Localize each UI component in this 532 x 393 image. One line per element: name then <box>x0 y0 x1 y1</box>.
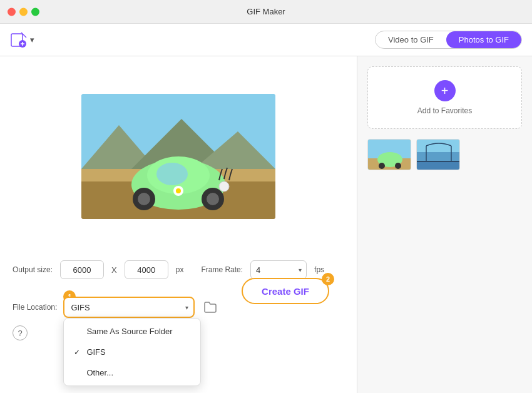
main-preview-image <box>81 94 275 219</box>
title-bar: GIF Maker <box>0 0 532 24</box>
dropdown-item-gifs[interactable]: ✓ GIFS <box>64 342 200 362</box>
add-favorites-label: Add to Favorites <box>417 106 472 115</box>
file-location-select[interactable]: Same As Source Folder GIFS Other... <box>63 297 195 318</box>
frame-rate-wrapper: 4 8 12 24 <box>250 260 307 279</box>
plus-icon: + <box>434 80 456 101</box>
dropdown-label-gifs: GIFS <box>86 347 105 357</box>
minimize-button[interactable] <box>19 8 28 16</box>
tab-photos-to-gif[interactable]: Photos to GIF <box>446 31 521 48</box>
svg-rect-24 <box>417 161 460 170</box>
file-location-select-wrapper: Same As Source Folder GIFS Other... <box>63 297 195 318</box>
badge-2: 2 <box>322 273 334 285</box>
file-location-label: File Location: <box>13 303 57 312</box>
car-scene-svg <box>81 94 275 219</box>
close-button[interactable] <box>8 8 16 16</box>
svg-point-12 <box>138 193 150 205</box>
svg-point-16 <box>176 188 181 193</box>
image-preview-area <box>13 69 344 244</box>
px-label: px <box>176 265 184 274</box>
maximize-button[interactable] <box>31 8 39 16</box>
folder-browse-button[interactable] <box>201 298 220 317</box>
create-gif-button[interactable]: Create GIF 2 <box>242 278 329 304</box>
main-content: Output size: X px Frame Rate: 4 8 12 24 … <box>0 56 532 393</box>
tab-video-to-gif[interactable]: Video to GIF <box>376 31 446 48</box>
dropdown-label-same: Same As Source Folder <box>86 327 172 336</box>
svg-point-14 <box>207 193 219 205</box>
folder-icon <box>204 302 217 313</box>
frame-rate-select[interactable]: 4 8 12 24 <box>250 260 307 279</box>
checkmark-gifs: ✓ <box>74 348 83 357</box>
thumbnails-row <box>367 139 522 170</box>
import-icon <box>10 31 28 49</box>
file-location-dropdown: Same As Source Folder ✓ GIFS Other... <box>63 318 201 386</box>
toolbar: ▾ Video to GIF Photos to GIF <box>0 24 532 56</box>
traffic-lights <box>8 8 39 16</box>
height-input[interactable] <box>125 260 168 279</box>
thumb-2-svg <box>417 140 460 170</box>
dropdown-item-other[interactable]: Other... <box>64 362 200 383</box>
file-location-select-container: 1 Same As Source Folder GIFS Other... Sa… <box>63 297 195 318</box>
import-arrow: ▾ <box>30 35 34 44</box>
width-input[interactable] <box>60 260 104 279</box>
thumbnail-2[interactable] <box>416 139 460 170</box>
dropdown-label-other: Other... <box>86 368 113 377</box>
svg-point-22 <box>395 163 401 169</box>
create-gif-label: Create GIF <box>262 286 309 297</box>
svg-point-10 <box>156 163 188 185</box>
dropdown-item-same-as-source[interactable]: Same As Source Folder <box>64 321 200 342</box>
output-size-label: Output size: <box>13 265 53 274</box>
fps-label: fps <box>314 265 324 274</box>
app-title: GIF Maker <box>247 7 285 16</box>
svg-point-17 <box>219 181 229 191</box>
svg-rect-25 <box>417 152 460 161</box>
frame-rate-label: Frame Rate: <box>201 265 243 274</box>
right-panel: + Add to Favorites <box>357 56 532 393</box>
thumb-1-svg <box>368 140 411 170</box>
import-button[interactable]: ▾ <box>10 31 34 49</box>
thumbnail-1[interactable] <box>367 139 411 170</box>
x-separator: X <box>111 265 117 275</box>
add-favorites-box[interactable]: + Add to Favorites <box>367 66 522 129</box>
left-panel: Output size: X px Frame Rate: 4 8 12 24 … <box>0 56 357 393</box>
svg-point-21 <box>379 163 385 169</box>
help-button[interactable]: ? <box>13 325 28 340</box>
tab-group: Video to GIF Photos to GIF <box>375 31 522 49</box>
